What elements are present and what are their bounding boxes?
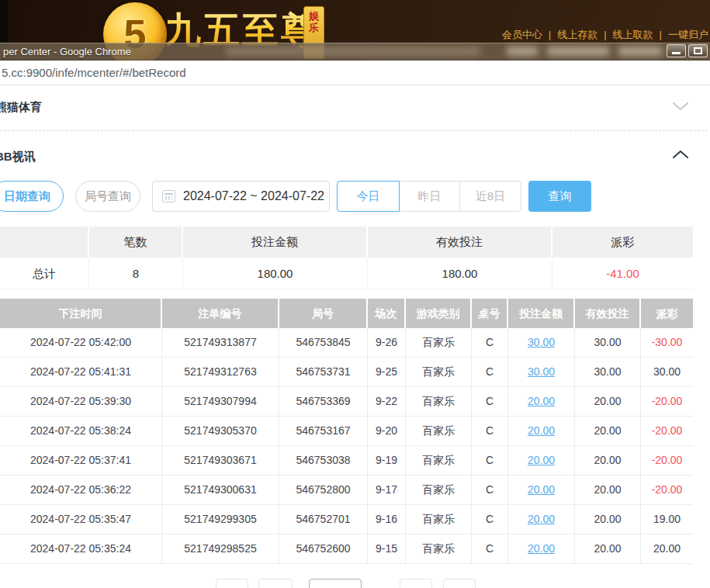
cell-game-type: 百家乐 (406, 417, 472, 445)
yesterday-button[interactable]: 昨日 (399, 181, 460, 212)
cell-table-number: C (472, 417, 508, 445)
round-query-tab[interactable]: 局号查询 (75, 181, 140, 212)
cell-round-number: 546752800 (279, 476, 368, 504)
cell-payout: -20.00 (641, 417, 693, 445)
last-8-days-button[interactable]: 近8日 (459, 181, 521, 212)
cell-payout: -20.00 (641, 476, 693, 504)
table-row: 2024-07-22 05:37:41 521749303671 5467530… (0, 446, 693, 476)
bet-amount-link[interactable]: 20.00 (528, 483, 555, 496)
bet-amount-link[interactable]: 20.00 (528, 454, 555, 466)
minimize-icon (672, 52, 681, 54)
summary-table: 笔数投注金额有效投注派彩 总计 8 180.00 180.00 -41.00 (0, 227, 693, 289)
cell-payout: 20.00 (641, 534, 693, 563)
blurred-redacted-text (546, 47, 610, 56)
browser-url-bar[interactable]: 5.cc:9900/infe/mcenter/#/betRecord (0, 61, 710, 85)
cell-valid-bet: 20.00 (575, 505, 641, 534)
cell-bet-amount: 30.00 (508, 328, 575, 357)
pagination-button[interactable] (443, 579, 476, 588)
cell-bet-id: 521749303671 (162, 446, 279, 475)
quick-date-button-group: 今日 昨日 近8日 (337, 181, 521, 212)
cell-game-type: 百家乐 (406, 476, 472, 504)
date-range-input[interactable]: 2024-07-22 ~ 2024-07-22 (152, 181, 330, 212)
table-row: 2024-07-22 05:35:47 521749299305 5467527… (0, 505, 693, 534)
cell-session: 9-17 (368, 476, 406, 504)
table-row: 2024-07-22 05:41:31 521749312763 5467537… (0, 358, 693, 387)
maximize-button[interactable] (688, 44, 708, 57)
cell-valid-bet: 20.00 (575, 476, 641, 504)
cell-bet-time: 2024-07-22 05:38:24 (0, 417, 162, 445)
window-title: per Center - Google Chrome (3, 43, 131, 60)
nav-link[interactable]: 一键归户 (668, 29, 708, 40)
bet-table-header-cell: 投注金额 (508, 299, 575, 328)
section-bb-video[interactable]: BB视讯 (0, 150, 36, 164)
cell-bet-amount: 20.00 (508, 446, 575, 475)
nav-link[interactable]: 线上存款 (557, 29, 597, 40)
cell-bet-amount: 20.00 (508, 417, 575, 445)
bet-amount-link[interactable]: 20.00 (528, 395, 555, 407)
cell-valid-bet: 30.00 (575, 358, 641, 386)
bet-table-header-cell: 场次 (368, 299, 406, 328)
cell-round-number: 546753167 (279, 417, 368, 445)
cell-table-number: C (472, 387, 508, 416)
chevron-up-icon[interactable] (669, 148, 692, 161)
pagination-current-button[interactable] (309, 579, 362, 588)
cell-game-type: 百家乐 (406, 446, 472, 475)
cell-payout: -20.00 (641, 387, 693, 416)
bet-table-header-cell: 派彩 (641, 299, 693, 328)
cell-valid-bet: 20.00 (575, 446, 641, 475)
date-query-tab[interactable]: 日期查询 (0, 181, 64, 212)
link-separator: | (653, 29, 668, 40)
pagination-button[interactable] (216, 579, 248, 588)
section-panda-sports[interactable]: 熊猫体育 (0, 100, 42, 115)
summary-table-header: 笔数投注金额有效投注派彩 (0, 227, 693, 258)
nav-link[interactable]: 线上取款 (613, 29, 653, 40)
cell-game-type: 百家乐 (406, 328, 472, 357)
cell-bet-amount: 20.00 (508, 476, 575, 504)
cell-valid-bet: 30.00 (575, 328, 641, 357)
nav-link[interactable]: 会员中心 (502, 29, 542, 40)
calendar-icon (162, 190, 175, 202)
bet-table-body: 2024-07-22 05:42:00 521749313877 5467538… (0, 328, 693, 564)
cell-session: 9-15 (368, 534, 406, 563)
summary-header-cell: 有效投注 (368, 227, 552, 258)
cell-table-number: C (472, 505, 508, 534)
summary-header-cell: 投注金额 (183, 227, 368, 258)
cell-session: 9-16 (368, 505, 406, 534)
bet-amount-link[interactable]: 20.00 (528, 542, 555, 555)
cell-bet-id: 521749307994 (162, 387, 279, 416)
cell-bet-id: 521749300631 (162, 476, 279, 504)
summary-total-label: 总计 (0, 258, 89, 289)
cell-round-number: 546753369 (279, 387, 368, 416)
cell-session: 9-22 (368, 387, 406, 416)
url-text: 5.cc:9900/infe/mcenter/#/betRecord (2, 61, 186, 85)
cell-table-number: C (472, 446, 508, 475)
pagination-button[interactable] (258, 579, 293, 588)
bet-amount-link[interactable]: 20.00 (528, 513, 555, 525)
bet-table-header: 下注时间注单编号局号场次游戏类别桌号投注金额有效投注派彩 (0, 299, 693, 328)
minimize-button[interactable] (667, 44, 686, 57)
blurred-redacted-area (225, 47, 481, 56)
cell-round-number: 546753845 (279, 328, 368, 357)
bet-amount-link[interactable]: 30.00 (528, 336, 555, 348)
cell-bet-amount: 20.00 (508, 387, 575, 416)
cell-bet-id: 521749305370 (162, 417, 279, 445)
cell-bet-amount: 20.00 (508, 534, 575, 563)
summary-total-row: 总计 8 180.00 180.00 -41.00 (0, 258, 693, 289)
bet-amount-link[interactable]: 30.00 (528, 365, 555, 378)
cell-table-number: C (472, 358, 508, 386)
today-button[interactable]: 今日 (337, 181, 400, 212)
cell-table-number: C (472, 328, 508, 357)
pagination-button[interactable] (400, 579, 432, 588)
cell-bet-id: 521749298525 (162, 534, 279, 563)
chevron-down-icon[interactable] (669, 100, 692, 112)
bet-amount-link[interactable]: 20.00 (528, 424, 555, 437)
bet-record-table: 下注时间注单编号局号场次游戏类别桌号投注金额有效投注派彩 2024-07-22 … (0, 299, 693, 564)
cell-game-type: 百家乐 (406, 505, 472, 534)
cell-bet-time: 2024-07-22 05:37:41 (0, 446, 162, 475)
table-row: 2024-07-22 05:35:24 521749298525 5467526… (0, 534, 693, 564)
cell-bet-id: 521749312763 (162, 358, 279, 386)
summary-header-cell (0, 227, 89, 258)
search-button[interactable]: 查询 (528, 181, 591, 212)
summary-bet-amount: 180.00 (183, 258, 368, 289)
cell-round-number: 546753038 (279, 446, 368, 475)
